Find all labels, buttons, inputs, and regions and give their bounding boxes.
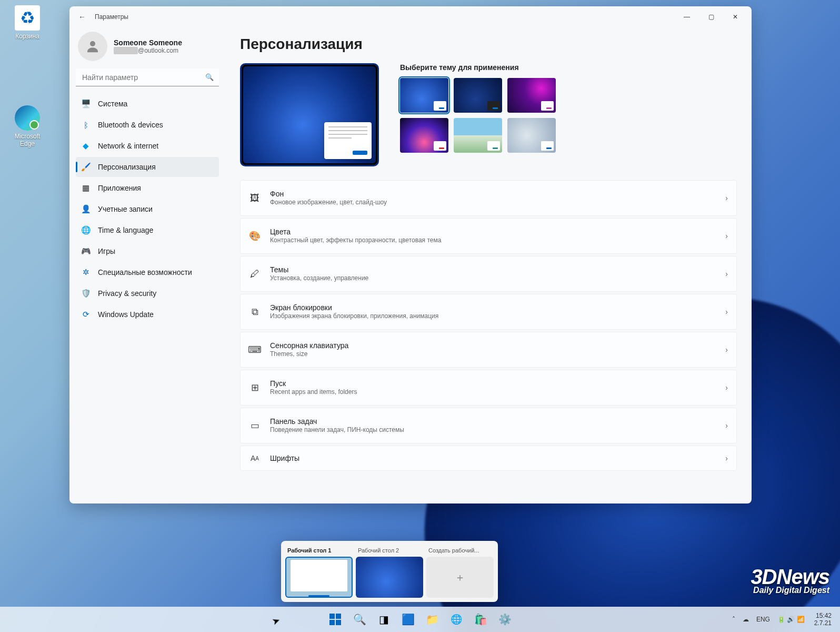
nav-personalization[interactable]: 🖌️Персонализация [76, 157, 219, 177]
chevron-right-icon: › [725, 270, 728, 278]
tray-overflow[interactable]: ˄ [730, 616, 737, 623]
account-button[interactable]: Someone Someone xxxxxxx@outlook.com [76, 32, 219, 61]
chevron-right-icon: › [725, 454, 728, 462]
theme-tile-6[interactable] [507, 118, 556, 153]
titlebar: ← Параметры — ▢ ✕ [69, 6, 752, 27]
taskview-button[interactable]: ◨ [373, 609, 394, 630]
search-button[interactable]: 🔍 [349, 609, 370, 630]
fonts-icon: AA [249, 454, 261, 462]
desktop-icon-edge[interactable]: Microsoft Edge [7, 105, 47, 147]
accessibility-icon: ✲ [81, 268, 91, 277]
window-title: Параметры [95, 13, 128, 21]
chevron-right-icon: › [725, 421, 728, 430]
lockscreen-icon: ⧉ [249, 307, 261, 318]
avatar-icon [78, 32, 107, 61]
settings-taskbar-button[interactable]: ⚙️ [494, 609, 515, 630]
close-button[interactable]: ✕ [723, 8, 747, 25]
nav-time[interactable]: 🌐Time & language [76, 220, 219, 240]
desktop-preview [240, 63, 379, 166]
nav-accounts[interactable]: 👤Учетные записи [76, 199, 219, 219]
recycle-bin-label: Корзина [7, 33, 47, 40]
svg-point-0 [90, 41, 95, 46]
privacy-icon: 🛡️ [81, 289, 91, 298]
chevron-right-icon: › [725, 383, 728, 392]
taskview-new-desktop[interactable]: Создать рабочий... ＋ [426, 545, 494, 598]
search-box[interactable]: 🔍 [76, 68, 219, 86]
taskview-desktop-2[interactable]: Рабочий стол 2 [356, 545, 423, 598]
row-themes[interactable]: 🖊 ТемыУстановка, создание, управление › [240, 256, 737, 292]
tray-network-sound-battery[interactable]: 🔋 🔊 📶 [775, 616, 807, 623]
explorer-button[interactable]: 📁 [422, 609, 443, 630]
nav-network[interactable]: ◆Network & internet [76, 136, 219, 156]
account-email: xxxxxxx@outlook.com [114, 47, 182, 54]
tray-language[interactable]: ENG [754, 616, 772, 623]
chevron-right-icon: › [725, 308, 728, 316]
account-name: Someone Someone [114, 38, 182, 47]
nav-accessibility[interactable]: ✲Специальные возможности [76, 262, 219, 282]
network-icon: ◆ [81, 141, 91, 151]
picture-icon: 🖼 [249, 193, 261, 204]
desktop-icon-recycle-bin[interactable]: ♻ Корзина [7, 5, 47, 40]
taskview-desktop-1[interactable]: Рабочий стол 1 [285, 545, 353, 598]
edge-label: Microsoft Edge [7, 133, 47, 147]
back-button[interactable]: ← [74, 8, 91, 25]
start-button[interactable] [325, 609, 346, 630]
brush-icon: 🖊 [249, 269, 261, 280]
row-taskbar[interactable]: ▭ Панель задачПоведение панели задач, ПИ… [240, 408, 737, 443]
search-icon: 🔍 [205, 73, 214, 81]
palette-icon: 🎨 [249, 230, 261, 242]
system-icon: 🖥️ [81, 99, 91, 108]
nav-update[interactable]: ⟳Windows Update [76, 304, 219, 324]
time-icon: 🌐 [81, 225, 91, 235]
sidebar: Someone Someone xxxxxxx@outlook.com 🔍 🖥️… [69, 27, 225, 503]
search-input[interactable] [76, 68, 219, 86]
theme-tile-5[interactable] [454, 118, 502, 153]
theme-tile-4[interactable] [400, 118, 448, 153]
chevron-right-icon: › [725, 232, 728, 240]
row-start[interactable]: ⊞ ПускRecent apps and items, folders › [240, 370, 737, 406]
watermark: 3DNews Daily Digital Digest [751, 565, 829, 595]
row-background[interactable]: 🖼 ФонФоновое изображение, цвет, слайд-шо… [240, 180, 737, 216]
preview-window-card [324, 122, 372, 159]
edge-taskbar-button[interactable]: 🌐 [446, 609, 467, 630]
row-lockscreen[interactable]: ⧉ Экран блокировкиИзображения экрана бло… [240, 294, 737, 330]
chevron-right-icon: › [725, 194, 728, 202]
chevron-right-icon: › [725, 345, 728, 354]
taskbar: 🔍 ◨ 🟦 📁 🌐 🛍️ ⚙️ ˄ ☁ ENG 🔋 🔊 📶 15:42 2.7.… [0, 607, 840, 632]
minimize-button[interactable]: — [675, 8, 699, 25]
update-icon: ⟳ [81, 310, 91, 319]
bluetooth-icon: ᛒ [81, 120, 91, 130]
nav-bluetooth[interactable]: ᛒBluetooth & devices [76, 115, 219, 135]
personalization-icon: 🖌️ [81, 162, 91, 172]
taskbar-icon: ▭ [249, 420, 261, 431]
page-title: Персонализация [240, 36, 737, 53]
main-content: Персонализация Выберите тему для примене… [225, 27, 752, 503]
row-colors[interactable]: 🎨 ЦветаКонтрастный цвет, эффекты прозрач… [240, 218, 737, 254]
tray-clock[interactable]: 15:42 2.7.21 [810, 612, 836, 627]
keyboard-icon: ⌨ [249, 344, 261, 355]
nav-apps[interactable]: ▦Приложения [76, 178, 219, 198]
nav-privacy[interactable]: 🛡️Privacy & security [76, 283, 219, 303]
row-fonts[interactable]: AA Шрифты › [240, 446, 737, 471]
accounts-icon: 👤 [81, 204, 91, 214]
tray-onedrive[interactable]: ☁ [741, 616, 751, 623]
gaming-icon: 🎮 [81, 246, 91, 256]
theme-tile-1[interactable] [400, 78, 448, 113]
recycle-bin-icon: ♻ [15, 5, 40, 31]
settings-window: ← Параметры — ▢ ✕ Someone Someone xxxxxx… [69, 6, 752, 503]
taskview-popup: Рабочий стол 1 Рабочий стол 2 Создать ра… [281, 541, 498, 602]
store-button[interactable]: 🛍️ [470, 609, 491, 630]
start-icon: ⊞ [249, 382, 261, 393]
themes-heading: Выберите тему для применения [400, 63, 556, 72]
theme-tile-2[interactable] [454, 78, 502, 113]
edge-icon [15, 105, 40, 131]
row-touch-keyboard[interactable]: ⌨ Сенсорная клавиатураThemes, size › [240, 332, 737, 368]
widgets-button[interactable]: 🟦 [397, 609, 418, 630]
theme-tile-3[interactable] [507, 78, 556, 113]
nav-system[interactable]: 🖥️Система [76, 94, 219, 114]
nav-gaming[interactable]: 🎮Игры [76, 241, 219, 261]
maximize-button[interactable]: ▢ [699, 8, 723, 25]
apps-icon: ▦ [81, 183, 91, 193]
